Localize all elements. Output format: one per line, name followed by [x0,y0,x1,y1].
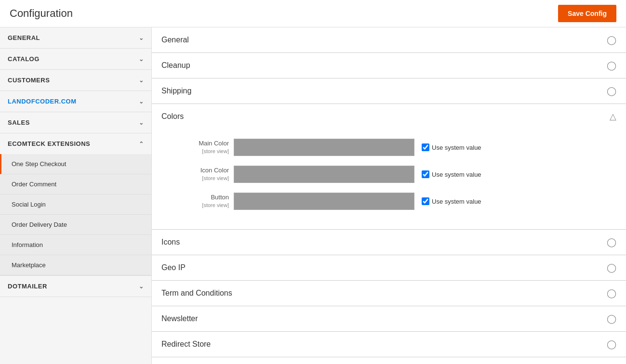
section-term-conditions-header[interactable]: Term and Conditions ◯ [152,281,626,306]
sidebar-subnav-label-order-comment: Order Comment [12,181,56,188]
chevron-down-icon: ⌄ [139,119,144,126]
section-newsletter-header[interactable]: Newsletter ◯ [152,306,626,331]
chevron-down-icon: ◯ [607,60,616,71]
chevron-down-icon: ◯ [607,339,616,350]
chevron-down-icon: ⌄ [139,77,144,84]
section-shipping-header[interactable]: Shipping ◯ [152,78,626,104]
sidebar-subnav-label-one-step-checkout: One Step Checkout [12,160,66,168]
content-area: General ◯ Cleanup ◯ Shipping ◯ [152,27,626,364]
sidebar-item-landofcoder[interactable]: LANDOFCODER.COM ⌄ [0,91,151,112]
icon-color-use-system-checkbox[interactable] [422,170,429,178]
save-config-button[interactable]: Save Config [558,5,616,22]
section-shipping-title: Shipping [161,87,191,95]
chevron-down-icon: ◯ [607,86,616,96]
section-geo-ip: Geo IP ◯ [152,255,626,281]
sidebar-subnav-item-social-login[interactable]: Social Login [0,195,151,215]
sidebar-subnav-label-information: Information [12,241,43,248]
chevron-down-icon: ⌄ [139,283,144,290]
main-color-input[interactable] [234,139,414,156]
sidebar-item-landofcoder-header[interactable]: LANDOFCODER.COM ⌄ [0,91,151,112]
section-redirect-store: Redirect Store ◯ [152,332,626,357]
button-color-use-system-checkbox[interactable] [422,197,429,205]
section-cleanup-header[interactable]: Cleanup ◯ [152,53,626,78]
icon-color-use-system-label[interactable]: Use system value [422,170,481,178]
section-term-conditions: Term and Conditions ◯ [152,281,626,306]
chevron-down-icon: ◯ [607,313,616,324]
sidebar-subnav-label-social-login: Social Login [12,201,46,208]
page-header: Configuration Save Config [0,0,626,27]
sidebar-item-customers-label: CUSTOMERS [8,77,50,84]
chevron-down-icon: ⌄ [139,56,144,63]
sidebar-subnav-label-order-delivery-date: Order Delivery Date [12,221,67,228]
section-icons: Icons ◯ [152,230,626,255]
color-row-main: Main Color [store view] Use system value [161,139,616,156]
sidebar-item-catalog-label: CATALOG [8,55,40,63]
sidebar-item-landofcoder-label: LANDOFCODER.COM [8,98,77,105]
section-newsletter: Newsletter ◯ [152,306,626,332]
color-row-button: Button [store view] Use system value [161,193,616,210]
chevron-down-icon: ◯ [607,35,616,45]
button-color-label: Button [store view] [161,194,229,208]
section-colors: Colors △ Main Color [store view] Use sys [152,104,626,230]
icon-color-input[interactable] [234,166,414,183]
section-redirect-store-title: Redirect Store [161,340,211,349]
chevron-down-icon: ⌄ [139,35,144,41]
sidebar-item-ecomteck[interactable]: ECOMTECK EXTENSIONS ⌃ One Step Checkout … [0,133,151,276]
section-general-title: General [161,36,189,44]
section-redirect-store-header[interactable]: Redirect Store ◯ [152,332,626,357]
section-shipping: Shipping ◯ [152,78,626,104]
section-cleanup-title: Cleanup [161,61,190,70]
sidebar-item-ecomteck-header[interactable]: ECOMTECK EXTENSIONS ⌃ [0,133,151,154]
page-wrapper: Configuration Save Config GENERAL ⌄ CATA… [0,0,626,364]
sidebar-item-ecomteck-label: ECOMTECK EXTENSIONS [8,140,90,147]
button-color-input[interactable] [234,193,414,210]
chevron-up-icon: ⌃ [139,141,144,147]
sidebar-item-sales-label: SALES [8,119,30,126]
icon-color-label: Icon Color [store view] [161,167,229,182]
chevron-down-icon: ◯ [607,288,616,299]
section-cleanup: Cleanup ◯ [152,53,626,78]
sidebar-item-catalog[interactable]: CATALOG ⌄ [0,49,151,70]
chevron-down-icon: ⌄ [139,98,144,105]
section-term-conditions-title: Term and Conditions [161,289,232,298]
sidebar-item-sales[interactable]: SALES ⌄ [0,112,151,133]
section-icons-header[interactable]: Icons ◯ [152,230,626,255]
sidebar-item-customers[interactable]: CUSTOMERS ⌄ [0,70,151,91]
chevron-up-icon: △ [610,111,616,122]
main-color-use-system-label[interactable]: Use system value [422,143,481,151]
sidebar-item-dotmailer-header[interactable]: DOTMAILER ⌄ [0,276,151,297]
section-colors-header[interactable]: Colors △ [152,104,626,129]
chevron-down-icon: ◯ [607,262,616,273]
section-colors-content: Main Color [store view] Use system value… [152,129,626,229]
section-geo-ip-title: Geo IP [161,263,186,272]
section-general: General ◯ [152,27,626,53]
section-general-header[interactable]: General ◯ [152,27,626,52]
sidebar-subnav-item-one-step-checkout[interactable]: One Step Checkout [0,154,151,174]
section-geo-ip-header[interactable]: Geo IP ◯ [152,255,626,280]
sidebar-item-sales-header[interactable]: SALES ⌄ [0,112,151,133]
sidebar-subnav-item-order-comment[interactable]: Order Comment [0,174,151,195]
sidebar-subnav-item-information[interactable]: Information [0,235,151,255]
sidebar-subnav-label-marketplace: Marketplace [12,261,46,269]
main-content: GENERAL ⌄ CATALOG ⌄ CUSTOMERS ⌄ [0,27,626,364]
sidebar-item-catalog-header[interactable]: CATALOG ⌄ [0,49,151,69]
button-color-use-system-label[interactable]: Use system value [422,197,481,205]
sidebar: GENERAL ⌄ CATALOG ⌄ CUSTOMERS ⌄ [0,27,152,364]
main-color-label: Main Color [store view] [161,140,229,155]
sidebar-item-general-label: GENERAL [8,34,40,41]
main-color-use-system-checkbox[interactable] [422,143,429,151]
sidebar-subnav-item-order-delivery-date[interactable]: Order Delivery Date [0,215,151,235]
section-newsletter-title: Newsletter [161,314,198,323]
sidebar-item-dotmailer-label: DOTMAILER [8,283,47,290]
page-title: Configuration [10,7,73,20]
color-row-icon: Icon Color [store view] Use system value [161,166,616,183]
chevron-down-icon: ◯ [607,237,616,247]
section-colors-title: Colors [161,112,184,121]
sidebar-item-dotmailer[interactable]: DOTMAILER ⌄ [0,276,151,297]
sidebar-item-general-header[interactable]: GENERAL ⌄ [0,27,151,48]
sidebar-subnav-item-marketplace[interactable]: Marketplace [0,255,151,275]
sidebar-subnav-ecomteck: One Step Checkout Order Comment Social L… [0,154,151,275]
sidebar-item-customers-header[interactable]: CUSTOMERS ⌄ [0,70,151,91]
sidebar-item-general[interactable]: GENERAL ⌄ [0,27,151,49]
section-icons-title: Icons [161,238,180,247]
